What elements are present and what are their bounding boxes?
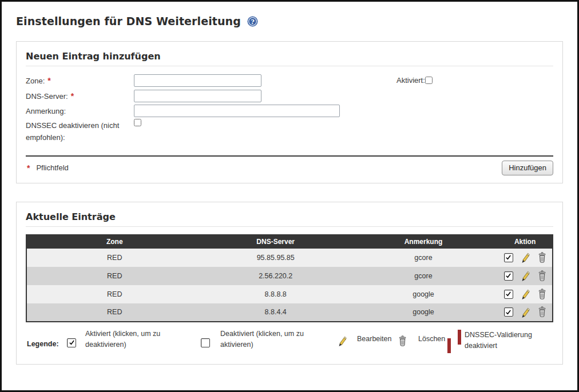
legend-label: Legende: bbox=[27, 340, 59, 348]
dns-forwarding-page: Einstellungen für DNS Weiterleitung ? Ne… bbox=[0, 0, 579, 392]
trash-icon[interactable] bbox=[538, 306, 546, 318]
add-entry-panel: Neuen Eintrag hinzufügen Zone:* DNS-Serv… bbox=[16, 41, 563, 183]
required-asterisk: * bbox=[47, 76, 50, 85]
legend-disabled-text: Deaktiviert (klicken, um zu aktivieren) bbox=[220, 329, 329, 351]
cell-server: 8.8.8.8 bbox=[203, 285, 349, 303]
divider bbox=[26, 226, 553, 227]
unchecked-checkbox-icon bbox=[201, 338, 210, 347]
cell-zone: RED bbox=[26, 303, 203, 322]
enabled-checkbox[interactable] bbox=[425, 77, 433, 84]
trash-icon[interactable] bbox=[538, 252, 546, 263]
legend-dnssec-text: DNSSEC-Validierung deaktiviert bbox=[465, 330, 548, 352]
cell-zone: RED bbox=[26, 285, 203, 303]
required-asterisk: * bbox=[27, 163, 30, 173]
table-row: RED 2.56.220.2 gcore bbox=[26, 267, 553, 285]
cell-zone: RED bbox=[26, 249, 203, 267]
svg-text:?: ? bbox=[251, 18, 254, 25]
cell-remark: google bbox=[349, 303, 498, 322]
dnssec-disable-checkbox[interactable] bbox=[134, 119, 141, 126]
add-entry-title: Neuen Eintrag hinzufügen bbox=[26, 51, 553, 62]
trash-icon[interactable] bbox=[538, 270, 546, 282]
enabled-box: Aktiviert: bbox=[396, 76, 433, 85]
column-header-zone: Zone bbox=[26, 235, 203, 249]
zone-input[interactable] bbox=[134, 74, 261, 87]
dns-server-row: DNS-Server:* bbox=[26, 89, 553, 103]
entries-table: Zone DNS-Server Anmerkung Aktion RED 95.… bbox=[26, 234, 553, 322]
red-bar-icon bbox=[447, 338, 451, 353]
current-entries-panel: Aktuelle Einträge Zone DNS-Server Anmerk… bbox=[16, 202, 563, 365]
toggle-enabled-checkbox[interactable] bbox=[504, 307, 513, 317]
pencil-icon[interactable] bbox=[521, 288, 530, 300]
cell-zone: RED bbox=[26, 267, 203, 285]
dns-server-input[interactable] bbox=[134, 90, 261, 102]
toggle-enabled-checkbox[interactable] bbox=[504, 253, 513, 262]
pencil-icon[interactable] bbox=[521, 270, 530, 282]
toggle-enabled-checkbox[interactable] bbox=[504, 290, 513, 299]
checked-checkbox-icon bbox=[67, 338, 76, 347]
table-row: RED 8.8.4.4 google bbox=[26, 303, 553, 322]
column-header-action: Aktion bbox=[498, 235, 553, 249]
pencil-icon[interactable] bbox=[521, 251, 530, 263]
required-note-text: Pflichtfeld bbox=[36, 163, 68, 172]
cell-server: 95.85.95.85 bbox=[203, 249, 349, 267]
table-header-row: Zone DNS-Server Anmerkung Aktion bbox=[26, 235, 553, 249]
dnssec-row: DNSSEC deaktivieren (nicht empfohlen): bbox=[26, 119, 553, 143]
dnssec-label: DNSSEC deaktivieren (nicht empfohlen): bbox=[26, 119, 134, 143]
legend-delete-text: Löschen bbox=[418, 335, 445, 343]
enabled-label: Aktiviert: bbox=[396, 76, 425, 85]
cell-remark: gcore bbox=[349, 267, 498, 285]
trash-icon bbox=[398, 335, 407, 349]
legend: Legende: Aktiviert (klicken, um zu deakt… bbox=[26, 327, 553, 357]
cell-remark: google bbox=[349, 285, 498, 303]
zone-row: Zone:* bbox=[26, 74, 553, 87]
cell-server: 2.56.220.2 bbox=[203, 267, 349, 285]
legend-edit-text: Bearbeiten bbox=[357, 335, 391, 343]
legend-enabled-text: Aktiviert (klicken, um zu deaktivieren) bbox=[85, 329, 191, 351]
current-entries-title: Aktuelle Einträge bbox=[26, 211, 553, 222]
add-entry-footer: * Pflichtfeld Hinzufügen bbox=[26, 161, 553, 175]
page-header: Einstellungen für DNS Weiterleitung ? bbox=[16, 15, 563, 27]
zone-label: Zone:* bbox=[26, 74, 134, 87]
pencil-icon bbox=[338, 335, 347, 349]
help-icon[interactable]: ? bbox=[247, 16, 258, 27]
cell-server: 8.8.4.4 bbox=[203, 303, 349, 322]
divider bbox=[26, 66, 553, 66]
remark-input[interactable] bbox=[134, 105, 340, 117]
toggle-enabled-checkbox[interactable] bbox=[504, 271, 513, 281]
pencil-icon[interactable] bbox=[521, 306, 530, 318]
required-note: * Pflichtfeld bbox=[26, 163, 69, 173]
add-entry-form: Zone:* DNS-Server:* Anmerkung: DNSSEC de… bbox=[26, 74, 553, 143]
add-button[interactable]: Hinzufügen bbox=[502, 161, 553, 175]
cell-remark: gcore bbox=[349, 249, 498, 267]
trash-icon[interactable] bbox=[538, 289, 546, 300]
dns-server-label: DNS-Server:* bbox=[26, 89, 134, 103]
required-asterisk: * bbox=[71, 91, 74, 101]
table-row: RED 95.85.95.85 gcore bbox=[26, 249, 553, 267]
red-bar-icon bbox=[458, 330, 461, 345]
column-header-remark: Anmerkung bbox=[349, 235, 498, 249]
column-header-server: DNS-Server bbox=[203, 235, 349, 249]
table-row: RED 8.8.8.8 google bbox=[26, 285, 553, 303]
remark-label: Anmerkung: bbox=[26, 105, 134, 117]
remark-row: Anmerkung: bbox=[26, 104, 553, 117]
page-title: Einstellungen für DNS Weiterleitung bbox=[16, 15, 241, 27]
form-divider bbox=[26, 155, 553, 157]
